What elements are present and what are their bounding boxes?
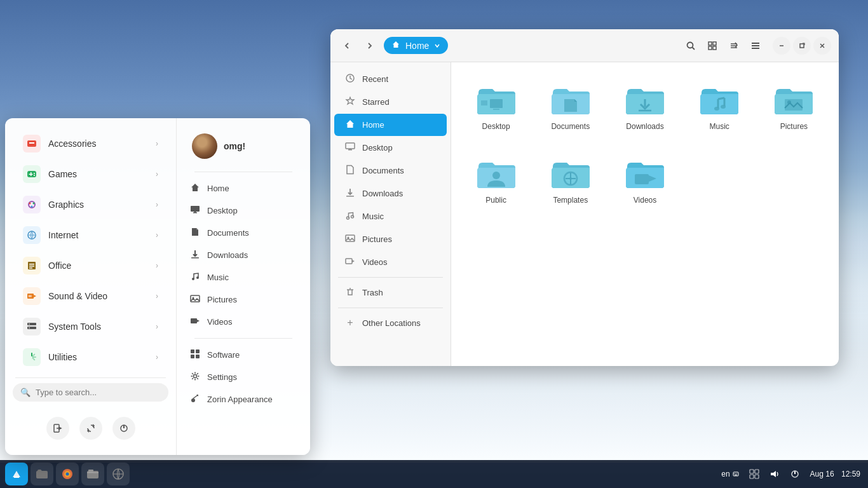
utilities-label: Utilities [48, 352, 156, 362]
right-pictures[interactable]: Pictures [184, 288, 302, 311]
svg-point-8 [29, 203, 31, 205]
windows-indicator[interactable] [747, 468, 762, 480]
folder-templates[interactable]: Templates [538, 149, 602, 212]
zorin-menu-button[interactable] [5, 463, 28, 485]
games-icon [23, 165, 41, 183]
music-icon [189, 271, 201, 283]
sidebar-documents-icon [344, 165, 356, 177]
svg-rect-112 [736, 473, 737, 474]
graphics-arrow: › [156, 200, 158, 209]
right-pictures-label: Pictures [207, 295, 237, 304]
folder-videos[interactable]: Videos [613, 149, 677, 212]
search-input[interactable] [36, 388, 161, 397]
accessories-arrow: › [156, 139, 158, 148]
category-graphics[interactable]: Graphics › [10, 189, 171, 220]
svg-rect-55 [709, 42, 712, 45]
sidebar-divider [338, 277, 443, 278]
minimize-button[interactable] [773, 37, 790, 55]
sort-button[interactable] [724, 36, 743, 55]
folder-public[interactable]: Public [464, 149, 528, 212]
folder-music[interactable]: Music [688, 75, 752, 139]
svg-rect-97 [635, 174, 649, 184]
svg-line-87 [718, 98, 724, 99]
folder-documents[interactable]: Documents [538, 75, 602, 139]
location-bar[interactable]: Home [384, 37, 448, 54]
sidebar-videos[interactable]: Videos [334, 251, 447, 273]
category-system-tools[interactable]: System Tools › [10, 311, 171, 342]
file-manager-main: Desktop Documents [451, 62, 839, 366]
svg-marker-99 [13, 471, 20, 477]
software-icon [189, 349, 201, 361]
category-games[interactable]: Games › [10, 159, 171, 189]
category-sound-video[interactable]: Sound & Video › [10, 281, 171, 311]
taskbar-files-button[interactable] [31, 463, 53, 485]
accessories-icon [23, 135, 41, 152]
right-documents[interactable]: Documents [184, 222, 302, 244]
sidebar-pictures-label: Pictures [362, 234, 392, 244]
sidebar-desktop[interactable]: Desktop [334, 137, 447, 159]
sidebar-downloads[interactable]: Downloads [334, 182, 447, 205]
view-toggle-button[interactable] [703, 36, 722, 55]
menu-button[interactable] [746, 36, 765, 55]
office-label: Office [48, 261, 156, 271]
system-tools-label: System Tools [48, 322, 156, 332]
sidebar-music[interactable]: Music [334, 205, 447, 227]
close-button[interactable] [813, 37, 831, 55]
sidebar-trash[interactable]: Trash [334, 281, 447, 304]
taskbar-firefox-button[interactable] [56, 463, 79, 485]
right-music[interactable]: Music [184, 266, 302, 288]
right-videos[interactable]: Videos [184, 311, 302, 333]
internet-icon [23, 226, 41, 244]
folder-pictures-icon [773, 83, 814, 117]
app-menu-right: omg! Home Desktop Documents D [177, 118, 310, 455]
sidebar-pictures-icon [344, 233, 356, 245]
sidebar-documents[interactable]: Documents [334, 159, 447, 182]
category-internet[interactable]: Internet › [10, 220, 171, 250]
svg-rect-113 [735, 475, 737, 475]
language-indicator[interactable]: en [719, 468, 741, 480]
right-zorin-appearance[interactable]: Zorin Appearance [184, 388, 302, 410]
folder-downloads[interactable]: Downloads [613, 75, 677, 139]
sidebar-starred[interactable]: Starred [334, 91, 447, 113]
maximize-button[interactable] [793, 37, 811, 55]
volume-icon [770, 469, 780, 479]
folder-grid: Desktop Documents [464, 75, 826, 212]
folder-pictures-label: Pictures [780, 122, 808, 131]
category-accessories[interactable]: Accessories › [10, 128, 171, 159]
folder-desktop[interactable]: Desktop [464, 75, 528, 139]
taskbar-filemanager-button[interactable] [81, 463, 104, 485]
category-utilities[interactable]: Utilities › [10, 342, 171, 372]
search-bar[interactable]: 🔍 [13, 383, 168, 402]
folder-public-icon [476, 156, 517, 191]
office-arrow: › [156, 261, 158, 270]
app-menu-categories: Accessories › Games › Graphics › Interne… [5, 118, 177, 455]
power-indicator[interactable] [787, 468, 803, 480]
folder-videos-icon [625, 156, 665, 191]
back-button[interactable] [338, 37, 356, 55]
folder-pictures[interactable]: Pictures [762, 75, 826, 139]
svg-rect-16 [29, 266, 34, 267]
logout-button[interactable] [46, 417, 69, 440]
volume-indicator[interactable] [767, 468, 782, 480]
sidebar-recent[interactable]: Recent [334, 68, 447, 90]
right-desktop[interactable]: Desktop [184, 200, 302, 222]
category-office[interactable]: Office › [10, 250, 171, 281]
right-software[interactable]: Software [184, 344, 302, 366]
sidebar-home[interactable]: Home [334, 114, 447, 136]
right-downloads[interactable]: Downloads [184, 244, 302, 266]
file-manager-sidebar: Recent Starred Home Desktop [330, 62, 451, 366]
folder-desktop-icon [476, 83, 517, 117]
app-menu: Accessories › Games › Graphics › Interne… [5, 118, 310, 455]
refresh-button[interactable] [79, 417, 102, 440]
power-button[interactable] [112, 417, 135, 440]
svg-point-50 [191, 398, 195, 402]
datetime-display[interactable]: Aug 16 12:59 [808, 468, 863, 480]
taskbar-browser-button[interactable] [107, 463, 130, 485]
sidebar-other-locations[interactable]: + Other Locations [334, 312, 447, 334]
search-button[interactable] [681, 36, 700, 55]
right-settings[interactable]: Settings [184, 366, 302, 388]
folder-templates-icon [550, 156, 591, 191]
sidebar-pictures[interactable]: Pictures [334, 228, 447, 250]
right-home[interactable]: Home [184, 177, 302, 200]
forward-button[interactable] [361, 37, 379, 55]
